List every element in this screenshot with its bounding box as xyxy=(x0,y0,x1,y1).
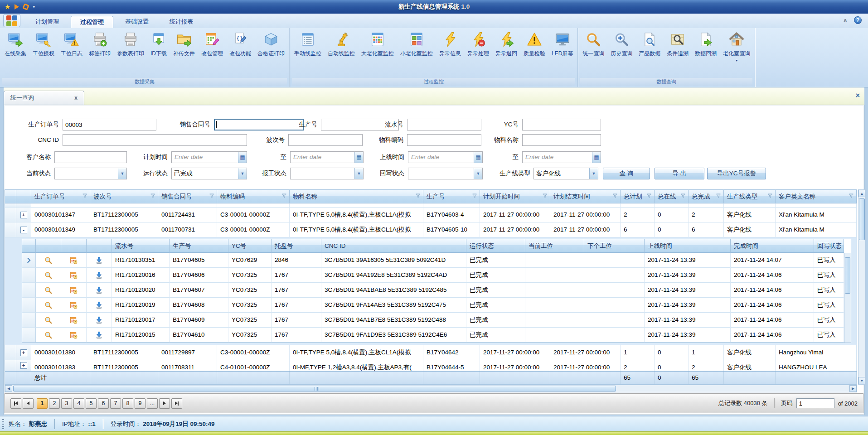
tab-unified-query[interactable]: 统一查询 x xyxy=(4,91,84,105)
ribbon-button-数据回溯[interactable]: 数据回溯 xyxy=(692,29,720,58)
pager-page-5[interactable]: 5 xyxy=(86,398,97,409)
ribbon-button-自动线监控[interactable]: 自动线监控 xyxy=(325,29,358,58)
pager-page-1[interactable]: 1 xyxy=(37,398,48,409)
calendar-icon[interactable] xyxy=(61,328,87,343)
filter-icon[interactable] xyxy=(849,193,854,200)
subgrid-row[interactable]: RI1710120020B17Y04607YC0732517673C7B5D01… xyxy=(22,283,851,298)
subgrid-scrollbar[interactable] xyxy=(844,253,851,343)
magnifier-icon[interactable] xyxy=(36,298,61,313)
online_time-date-input[interactable]: Enter date▦ xyxy=(408,151,483,163)
tab-close-icon[interactable]: x xyxy=(74,95,78,101)
chevron-down-icon[interactable]: ▼ xyxy=(589,168,598,179)
cnc_id-input[interactable] xyxy=(63,134,247,146)
table-row[interactable]: +000030101380BT171123000050011729897C3-0… xyxy=(5,345,857,360)
chevron-down-icon[interactable]: ▼ xyxy=(354,168,363,179)
calendar-picker-icon[interactable]: ▦ xyxy=(354,152,363,163)
calendar-picker-icon[interactable]: ▦ xyxy=(474,152,482,163)
magnifier-icon[interactable] xyxy=(36,268,61,283)
export-button[interactable]: 导 出 xyxy=(655,168,704,179)
subgrid-row[interactable]: RI1710120015B17Y04610YC0732517673C7B5D01… xyxy=(22,328,851,343)
calendar-icon[interactable] xyxy=(61,298,87,313)
ribbon-button-手动线监控[interactable]: 手动线监控 xyxy=(291,29,325,58)
pager-prev-button[interactable] xyxy=(23,398,34,409)
pager-first-button[interactable] xyxy=(10,398,21,409)
calendar-icon[interactable] xyxy=(61,253,87,268)
magnifier-icon[interactable] xyxy=(36,328,61,343)
ribbon-button-小老化室监控[interactable]: 小老化室监控 xyxy=(397,29,436,58)
ribbon-button-大老化室监控[interactable]: 大老化室监控 xyxy=(358,29,397,58)
ribbon-button-历史查询[interactable]: 历史查询 xyxy=(607,29,635,58)
order_no-input[interactable] xyxy=(63,119,156,130)
chevron-down-icon[interactable]: ▼ xyxy=(118,168,126,179)
plan_time-date-input[interactable]: Enter date▦ xyxy=(171,151,247,163)
grid-horizontal-scrollbar[interactable]: ◀ ▶ xyxy=(5,385,857,392)
subgrid-row[interactable]: RI1710120019B17Y04608YC0732517673C7B5D01… xyxy=(22,298,851,313)
ribbon-button-质量检验[interactable]: 质量检验 xyxy=(520,29,548,58)
column-header-plan_end[interactable]: 计划结束时间 xyxy=(550,190,621,203)
pager-page-9[interactable]: 9 xyxy=(135,398,145,409)
filter-icon[interactable] xyxy=(767,193,773,200)
ribbon-button-条件追溯[interactable]: 条件追溯 xyxy=(664,29,692,58)
wave_no-input[interactable] xyxy=(288,134,363,146)
ribbon-button-老化室查询[interactable]: 老化室查询▾ xyxy=(720,29,753,63)
subgrid-row[interactable]: RI1710130351B17Y04605YC0762928463C7B5D01… xyxy=(22,253,851,268)
vertical-scroll-thumb[interactable] xyxy=(859,198,865,240)
download-icon[interactable] xyxy=(87,298,112,313)
calendar-icon[interactable] xyxy=(61,313,87,328)
ribbon-button-在线采集[interactable]: 在线采集 xyxy=(1,29,29,58)
pager-page-...[interactable]: ... xyxy=(147,398,158,409)
calendar-icon[interactable] xyxy=(61,268,87,283)
scroll-up-icon[interactable]: ▲ xyxy=(858,190,865,197)
chevron-down-icon[interactable]: ▼ xyxy=(238,168,247,179)
export-yc-alarm-button[interactable]: 导出YC号报警 xyxy=(707,168,766,179)
customer_name-input[interactable] xyxy=(54,151,127,163)
filter-icon[interactable] xyxy=(209,193,214,200)
filter-icon[interactable] xyxy=(716,193,721,200)
column-header-prod_no[interactable]: 生产号 xyxy=(423,190,480,203)
ribbon-button-标签打印[interactable]: 标签打印 xyxy=(86,29,114,58)
ribbon-collapse-chevron-icon[interactable]: ∧ xyxy=(843,18,848,23)
expand-button[interactable]: + xyxy=(20,362,27,369)
column-header-order_no[interactable]: 生产订单号 xyxy=(31,190,90,203)
ribbon-button-合格证打印[interactable]: 合格证打印 xyxy=(254,29,288,58)
pager-page-2[interactable]: 2 xyxy=(49,398,60,409)
calendar-picker-icon[interactable]: ▦ xyxy=(238,152,247,163)
pager-page-7[interactable]: 7 xyxy=(110,398,121,409)
line_type-select[interactable]: 客户化线▼ xyxy=(533,168,598,179)
ribbon-button-参数表打印[interactable]: 参数表打印 xyxy=(114,29,147,58)
ribbon-button-异常信息[interactable]: 异常信息 xyxy=(436,29,464,58)
download-icon[interactable] xyxy=(87,268,112,283)
download-icon[interactable] xyxy=(87,328,112,343)
column-header-material_code[interactable]: 物料编码 xyxy=(217,190,290,203)
magnifier-icon[interactable] xyxy=(36,313,61,328)
filter-icon[interactable] xyxy=(646,193,652,200)
subgrid-scroll-thumb[interactable] xyxy=(845,257,850,294)
subgrid-row[interactable]: RI1710120017B17Y04609YC0732517673C7B5D01… xyxy=(22,313,851,328)
filter-icon[interactable] xyxy=(150,193,155,200)
report_status-select[interactable]: ▼ xyxy=(290,168,364,179)
ribbon-button-产品数据[interactable]: 产品数据 xyxy=(635,29,664,58)
scroll-down-icon[interactable]: ▼ xyxy=(858,377,865,384)
ribbon-button-补传文件[interactable]: 补传文件 xyxy=(170,29,198,58)
ribbon-tab-基础设置[interactable]: 基础设置 xyxy=(116,16,158,28)
column-header-contract_no[interactable]: 销售合同号 xyxy=(158,190,217,203)
help-icon[interactable]: ? xyxy=(854,16,862,24)
ribbon-button-工位授权[interactable]: 工位授权 xyxy=(29,29,58,58)
subgrid-row[interactable]: RI1710120016B17Y04606YC0732517673C7B5D01… xyxy=(22,268,851,283)
ribbon-tab-过程管理[interactable]: 过程管理 xyxy=(71,16,113,28)
yc_no-input[interactable] xyxy=(522,119,601,130)
expand-button[interactable]: + xyxy=(20,349,27,356)
download-icon[interactable] xyxy=(87,313,112,328)
calendar-picker-icon[interactable]: ▦ xyxy=(592,152,601,163)
filter-icon[interactable] xyxy=(542,193,548,200)
filter-icon[interactable] xyxy=(281,193,287,200)
scroll-right-icon[interactable]: ▶ xyxy=(849,385,857,392)
chevron-down-icon[interactable]: ▼ xyxy=(474,168,482,179)
writeback_status-select[interactable]: ▼ xyxy=(408,168,483,179)
serial_no-input[interactable] xyxy=(407,119,481,130)
plan_time_to-date-input[interactable]: Enter date▦ xyxy=(290,151,364,163)
ribbon-button-异常退回[interactable]: 异常退回 xyxy=(492,29,520,58)
column-header-material_name[interactable]: 物料名称 xyxy=(290,190,423,203)
pager-page-4[interactable]: 4 xyxy=(73,398,84,409)
collapse-button[interactable]: - xyxy=(20,227,27,233)
